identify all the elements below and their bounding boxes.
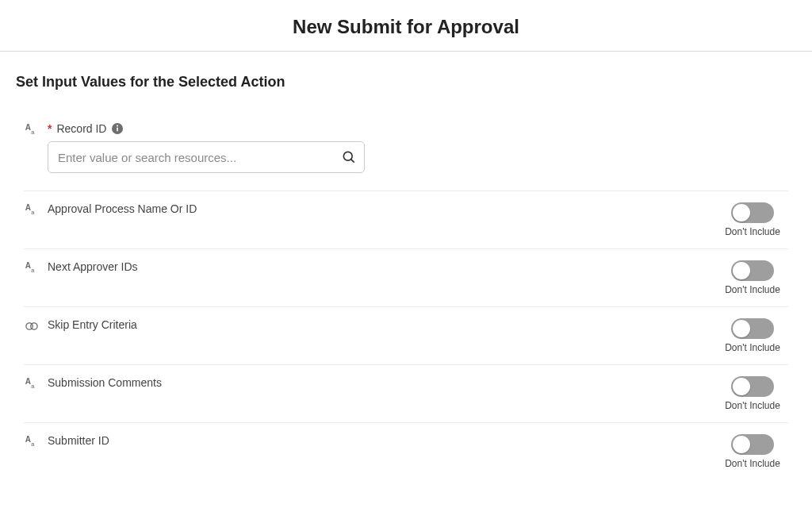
field-skip-entry: Skip Entry Criteria Don't Include [24, 307, 788, 365]
toggle-skip-entry[interactable] [731, 318, 774, 339]
toggle-label: Don't Include [725, 226, 780, 237]
toggle-approval-process[interactable] [731, 202, 774, 223]
page-title: New Submit for Approval [0, 0, 812, 51]
svg-point-5 [343, 152, 352, 160]
svg-text:A: A [25, 123, 31, 132]
field-label-submitter-id: Submitter ID [48, 434, 109, 447]
field-submission-comments: A a Submission Comments Don't Include [24, 365, 788, 423]
content-area: Set Input Values for the Selected Action… [0, 52, 812, 480]
field-label-next-approver: Next Approver IDs [48, 260, 138, 273]
field-label-record-id: Record ID [56, 122, 106, 135]
record-id-input[interactable] [48, 141, 365, 173]
svg-text:A: A [25, 377, 31, 386]
text-type-icon: A a [24, 122, 40, 138]
svg-rect-3 [117, 128, 119, 132]
svg-text:a: a [31, 209, 35, 216]
toggle-label: Don't Include [725, 284, 780, 295]
text-type-icon: A a [24, 434, 40, 450]
toggle-next-approver[interactable] [731, 260, 774, 281]
text-type-icon: A a [24, 376, 40, 392]
field-label-approval-process: Approval Process Name Or ID [48, 202, 197, 215]
field-record-id: A a * Record ID [24, 111, 788, 191]
toggle-submission-comments[interactable] [731, 376, 774, 397]
field-submitter-id: A a Submitter ID Don't Include [24, 423, 788, 480]
text-type-icon: A a [24, 202, 40, 218]
info-icon[interactable] [111, 122, 124, 135]
svg-text:a: a [31, 267, 35, 274]
fields-container: A a * Record ID [16, 111, 796, 480]
svg-point-12 [31, 323, 37, 329]
boolean-type-icon [24, 318, 40, 334]
svg-line-6 [351, 160, 354, 163]
svg-point-4 [117, 125, 118, 126]
field-label-submission-comments: Submission Comments [48, 376, 162, 389]
text-type-icon: A a [24, 260, 40, 276]
svg-text:A: A [25, 435, 31, 444]
required-marker: * [48, 122, 52, 135]
toggle-label: Don't Include [725, 458, 780, 469]
svg-text:A: A [25, 261, 31, 270]
search-icon[interactable] [341, 149, 357, 165]
toggle-label: Don't Include [725, 400, 780, 411]
toggle-submitter-id[interactable] [731, 434, 774, 455]
field-approval-process: A a Approval Process Name Or ID Don't In… [24, 191, 788, 249]
toggle-label: Don't Include [725, 342, 780, 353]
field-label-skip-entry: Skip Entry Criteria [48, 318, 137, 331]
svg-text:a: a [31, 129, 35, 136]
field-next-approver: A a Next Approver IDs Don't Include [24, 249, 788, 307]
section-title: Set Input Values for the Selected Action [16, 74, 796, 90]
svg-text:A: A [25, 203, 31, 212]
svg-text:a: a [31, 441, 35, 448]
svg-text:a: a [31, 383, 35, 390]
